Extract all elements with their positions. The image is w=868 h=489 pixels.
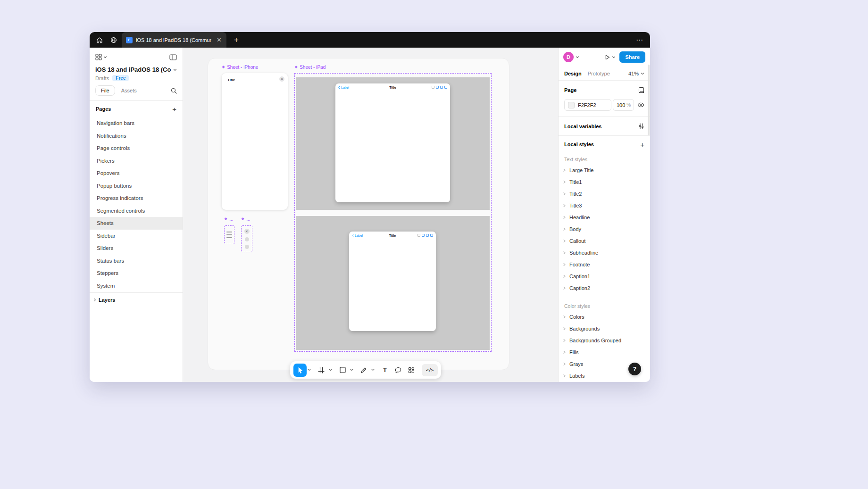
color-style-row[interactable]: Backgrounds — [559, 323, 650, 334]
component-a-label[interactable]: ❖ ... — [224, 216, 234, 222]
frame-label-iphone[interactable]: ❖ Sheet - iPhone — [222, 65, 258, 70]
frame-tool-button[interactable] — [315, 364, 328, 377]
component-grabber[interactable] — [224, 225, 234, 244]
color-swatch[interactable] — [568, 102, 575, 108]
local-styles-row[interactable]: Local styles + — [559, 136, 650, 153]
scrollbar-thumb[interactable] — [648, 65, 650, 135]
breadcrumb[interactable]: Drafts — [95, 75, 109, 81]
color-style-row[interactable]: Backgrounds Grouped — [559, 334, 650, 346]
main-menu-button[interactable] — [95, 54, 107, 60]
ipad-selection-frame[interactable]: Label Title — [294, 73, 492, 352]
add-page-button[interactable]: + — [172, 106, 176, 113]
visibility-eye-icon[interactable] — [637, 102, 644, 108]
frame-tool-chevron-icon[interactable] — [328, 364, 333, 377]
text-style-row[interactable]: Subheadline — [559, 247, 650, 258]
tab-design[interactable]: Design — [564, 71, 582, 76]
text-style-row[interactable]: Title2 — [559, 188, 650, 199]
page-item[interactable]: Segmented controls — [90, 205, 183, 217]
page-item[interactable]: Pickers — [90, 155, 183, 167]
nav-square-icon[interactable] — [432, 86, 434, 89]
page-opacity-field[interactable]: 100 % — [613, 99, 634, 111]
ipad-sheet-backdrop-top[interactable]: Label Title — [296, 77, 490, 210]
text-style-row[interactable]: Body — [559, 223, 650, 235]
page-item[interactable]: Sliders — [90, 242, 183, 255]
help-button[interactable]: ? — [628, 363, 641, 375]
share-button[interactable]: Share — [619, 51, 645, 63]
frame-label-ipad[interactable]: ❖ Sheet - iPad — [294, 65, 326, 70]
page-item[interactable]: Page controls — [90, 142, 183, 155]
sheet-card-bottom[interactable]: Label Title — [349, 232, 436, 331]
canvas[interactable]: ❖ Sheet - iPhone Title ✕ ❖ Sheet - iPad — [183, 48, 558, 382]
zoom-menu[interactable]: 41% — [628, 71, 644, 76]
ipad-sheet-backdrop-bottom[interactable]: Label Title — [296, 216, 490, 350]
page-item[interactable]: Popovers — [90, 167, 183, 180]
tab-assets[interactable]: Assets — [121, 88, 137, 93]
color-style-row[interactable]: Separators — [559, 381, 650, 382]
nav-square-icon[interactable] — [430, 234, 433, 237]
page-item[interactable]: System — [90, 280, 183, 292]
pen-tool-chevron-icon[interactable] — [370, 364, 376, 377]
variables-settings-icon[interactable] — [638, 123, 644, 129]
styles-library-icon[interactable] — [638, 87, 644, 93]
color-style-row[interactable]: Fills — [559, 346, 650, 358]
pen-tool-button[interactable] — [357, 364, 370, 377]
actions-tool-button[interactable] — [405, 364, 418, 377]
page-item[interactable]: Progress indicators — [90, 192, 183, 205]
layers-section-toggle[interactable]: Layers — [90, 293, 183, 307]
sheet-card-top[interactable]: Label Title — [335, 83, 450, 202]
home-icon[interactable] — [92, 32, 107, 48]
tab-file[interactable]: File — [95, 85, 115, 96]
back-button[interactable]: Label — [338, 86, 349, 89]
text-style-row[interactable]: Large Title — [559, 164, 650, 176]
iphone-sheet-frame[interactable]: Title ✕ — [222, 73, 288, 210]
shape-tool-button[interactable] — [336, 364, 349, 377]
open-file-tab[interactable]: F iOS 18 and iPadOS 18 (Community ✕ — [122, 32, 226, 48]
search-icon[interactable] — [171, 88, 177, 94]
local-variables-row[interactable]: Local variables — [559, 117, 650, 136]
comment-tool-button[interactable] — [392, 364, 405, 377]
present-play-icon[interactable] — [604, 54, 610, 60]
nav-square-icon[interactable] — [440, 86, 443, 89]
text-style-row[interactable]: Caption2 — [559, 282, 650, 294]
window-more-icon[interactable]: ⋯ — [636, 36, 643, 44]
text-tool-button[interactable]: T — [378, 364, 392, 377]
tab-prototype[interactable]: Prototype — [588, 71, 610, 76]
page-color-field[interactable]: F2F2F2 — [564, 99, 611, 111]
add-style-button[interactable]: + — [640, 141, 644, 148]
avatar-chevron-icon[interactable] — [576, 55, 579, 59]
file-name-menu[interactable]: iOS 18 and iPadOS 18 (Com... — [95, 66, 177, 73]
nav-square-icon[interactable] — [426, 234, 429, 237]
dev-mode-toggle[interactable]: </> — [422, 364, 438, 376]
move-tool-button[interactable] — [293, 364, 307, 377]
nav-square-icon[interactable] — [444, 86, 447, 89]
nav-square-icon[interactable] — [417, 234, 420, 237]
page-item[interactable]: Navigation bars — [90, 117, 183, 130]
nav-square-icon[interactable] — [436, 86, 439, 89]
page-item[interactable]: Notifications — [90, 130, 183, 142]
close-icon[interactable]: ✕ — [279, 76, 284, 82]
shape-tool-chevron-icon[interactable] — [349, 364, 354, 377]
component-close-buttons[interactable]: ✕ — [241, 225, 252, 252]
nav-square-icon[interactable] — [422, 234, 425, 237]
page-item[interactable]: Steppers — [90, 267, 183, 280]
text-style-row[interactable]: Footnote — [559, 258, 650, 270]
component-b-label[interactable]: ❖ ... — [241, 216, 250, 222]
present-chevron-icon[interactable] — [612, 55, 616, 59]
text-style-row[interactable]: Headline — [559, 211, 650, 223]
move-tool-chevron-icon[interactable] — [307, 364, 312, 377]
page-item-selected[interactable]: Sheets — [90, 217, 183, 230]
text-style-row[interactable]: Callout — [559, 235, 650, 247]
text-style-row[interactable]: Title3 — [559, 199, 650, 211]
community-globe-icon[interactable] — [107, 32, 121, 48]
user-avatar[interactable]: D — [563, 52, 574, 62]
toggle-sidebar-icon[interactable] — [169, 54, 177, 60]
page-item[interactable]: Status bars — [90, 255, 183, 267]
text-style-row[interactable]: Caption1 — [559, 270, 650, 282]
color-style-row[interactable]: Colors — [559, 311, 650, 323]
page-item[interactable]: Sidebar — [90, 230, 183, 242]
page-item[interactable]: Popup buttons — [90, 180, 183, 192]
back-button[interactable]: Label — [352, 234, 363, 237]
new-tab-button[interactable]: + — [234, 35, 239, 45]
tab-close-icon[interactable]: ✕ — [217, 37, 222, 43]
text-style-row[interactable]: Title1 — [559, 176, 650, 188]
